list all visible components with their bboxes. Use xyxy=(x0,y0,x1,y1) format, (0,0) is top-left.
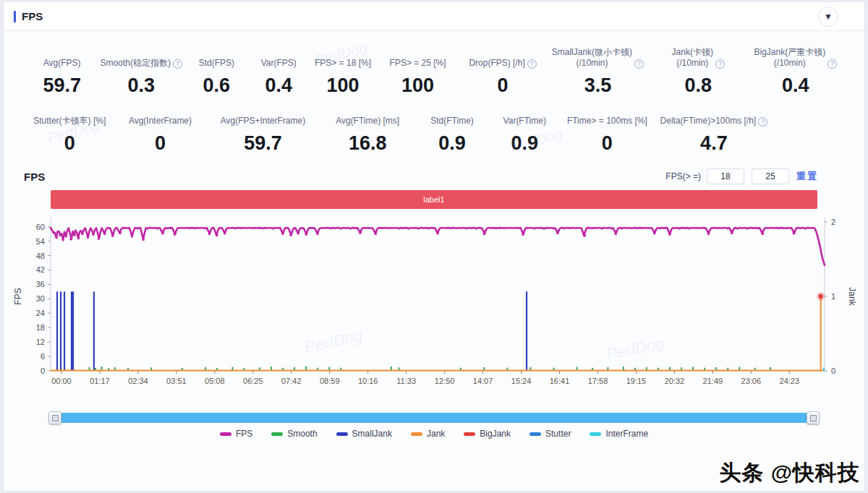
legend-smooth[interactable]: Smooth xyxy=(271,429,317,439)
legend-label: SmallJank xyxy=(352,429,392,439)
legend-smalljank[interactable]: SmallJank xyxy=(336,429,392,439)
stat-value: 100 xyxy=(401,74,434,96)
stat-label: Std(FPS) xyxy=(199,46,234,69)
stat-value: 59.7 xyxy=(244,132,282,154)
stats-row-2: Stutter(卡顿率) [%]0Avg(InterFrame)0Avg(FPS… xyxy=(25,103,843,154)
svg-text:42: 42 xyxy=(36,265,45,274)
stat-value: 0.8 xyxy=(684,74,712,96)
stat-label: FTime> = 100ms [%] xyxy=(567,103,647,127)
scrollbar-left-handle[interactable] xyxy=(48,411,61,424)
help-icon[interactable]: ? xyxy=(715,59,725,69)
legend-label: Smooth xyxy=(287,429,317,439)
stat-avg-ftime-ms: Avg(FTime) [ms]16.8 xyxy=(319,103,416,154)
svg-text:60: 60 xyxy=(36,223,45,231)
svg-text:12: 12 xyxy=(36,338,45,346)
stats-row-1: Avg(FPS)59.7Smooth(稳定指数)?0.3Std(FPS)0.6V… xyxy=(25,46,843,96)
svg-text:05:08: 05:08 xyxy=(205,377,225,385)
stat-label: Avg(FPS) xyxy=(43,46,81,69)
stat-avg-fps: Avg(FPS)59.7 xyxy=(25,46,98,96)
stat-label: Var(FTime) xyxy=(503,103,546,127)
fps-threshold-input-1[interactable] xyxy=(707,168,744,184)
svg-text:00:00: 00:00 xyxy=(51,377,72,385)
chart-range-scrollbar[interactable] xyxy=(48,411,820,424)
svg-text:02:34: 02:34 xyxy=(128,377,148,385)
svg-text:24: 24 xyxy=(36,309,45,317)
chevron-down-icon: ▼ xyxy=(824,12,833,22)
stat-value: 0 xyxy=(498,74,509,96)
svg-text:23:06: 23:06 xyxy=(741,377,762,385)
stats-panel: PerfDog PerfDog PerfDog Avg(FPS)59.7Smoo… xyxy=(4,31,864,161)
stat-label: Drop(FPS) [/h]? xyxy=(469,46,536,69)
legend-bigjank[interactable]: BigJank xyxy=(464,429,511,439)
stat-fps-25: FPS> = 25 [%]100 xyxy=(378,46,458,96)
legend-jank[interactable]: Jank xyxy=(411,429,445,439)
stat-value: 3.5 xyxy=(584,74,612,96)
scrollbar-right-handle[interactable] xyxy=(807,411,820,424)
legend-label: Stutter xyxy=(545,429,571,439)
svg-text:24:23: 24:23 xyxy=(780,377,800,385)
stat-value: 4.7 xyxy=(700,132,728,154)
stat-avg-interframe: Avg(InterFrame)0 xyxy=(114,103,206,154)
svg-text:6: 6 xyxy=(41,352,45,361)
svg-text:30: 30 xyxy=(36,294,45,303)
fps-chart[interactable]: PerfDogPerfDog06121824303642485460012FPS… xyxy=(9,212,859,408)
stat-label: FPS> = 18 [%] xyxy=(315,46,371,69)
svg-text:PerfDog: PerfDog xyxy=(303,326,365,356)
help-icon[interactable]: ? xyxy=(527,59,537,69)
legend-stutter[interactable]: Stutter xyxy=(529,429,571,439)
stat-value: 0.4 xyxy=(782,74,809,96)
help-icon[interactable]: ? xyxy=(173,59,182,69)
stat-label: Avg(InterFrame) xyxy=(129,103,192,127)
chart-label-banner: label1 xyxy=(51,190,817,209)
stat-var-ftime: Var(FTime)0.9 xyxy=(488,103,561,154)
stat-std-fps: Std(FPS)0.6 xyxy=(184,46,250,96)
stat-label: BigJank(严重卡顿) (/10min)? xyxy=(754,46,837,69)
stat-value: 0 xyxy=(64,132,75,154)
panel-header: FPS ▼ xyxy=(4,2,864,31)
reset-button[interactable]: 重置 xyxy=(796,170,818,183)
panel-title: FPS xyxy=(22,10,43,22)
chart-section-title: FPS xyxy=(24,171,45,183)
scrollbar-track[interactable] xyxy=(51,413,817,423)
stat-smooth: Smooth(稳定指数)?0.3 xyxy=(98,46,183,96)
help-icon[interactable]: ? xyxy=(827,59,837,69)
chart-section-header: FPS FPS(> =) 重置 xyxy=(4,161,864,189)
stat-ftime-100ms: FTime> = 100ms [%]0 xyxy=(561,103,653,154)
legend-label: BigJank xyxy=(480,429,511,439)
stat-value: 0.3 xyxy=(127,74,155,96)
svg-text:06:25: 06:25 xyxy=(243,377,263,385)
legend-swatch-icon xyxy=(271,432,283,436)
svg-text:12:50: 12:50 xyxy=(435,377,455,385)
help-icon[interactable]: ? xyxy=(758,117,767,127)
svg-text:18: 18 xyxy=(36,323,45,332)
stat-var-fps: Var(FPS)0.4 xyxy=(250,46,308,96)
svg-text:10:16: 10:16 xyxy=(358,377,378,385)
stat-label: Var(FPS) xyxy=(261,46,297,69)
svg-text:20:32: 20:32 xyxy=(665,377,685,385)
stat-smalljank-10min: SmallJank(微小卡顿) (/10min)?3.5 xyxy=(548,46,648,96)
legend-fps[interactable]: FPS xyxy=(220,429,252,439)
svg-text:14:07: 14:07 xyxy=(473,377,493,385)
svg-text:17:58: 17:58 xyxy=(588,377,608,385)
stat-label: Std(FTime) xyxy=(430,103,474,127)
svg-text:54: 54 xyxy=(36,237,45,246)
stat-value: 0.4 xyxy=(265,74,293,96)
collapse-button[interactable]: ▼ xyxy=(818,7,838,27)
stat-value: 0.6 xyxy=(203,74,231,96)
help-icon[interactable]: ? xyxy=(634,59,644,69)
stat-avg-fps-interframe: Avg(FPS+InterFrame)59.7 xyxy=(207,103,320,154)
svg-text:1: 1 xyxy=(831,292,835,301)
stat-std-ftime: Std(FTime)0.9 xyxy=(416,103,488,154)
stat-label: Delta(FTime)>100ms [/h]? xyxy=(660,103,768,127)
header-accent-bar xyxy=(14,11,16,22)
stat-value: 16.8 xyxy=(349,132,387,154)
svg-text:01:17: 01:17 xyxy=(90,377,110,385)
svg-text:07:42: 07:42 xyxy=(281,377,302,385)
svg-text:03:51: 03:51 xyxy=(166,377,187,385)
stat-delta-ftime-100ms-h: Delta(FTime)>100ms [/h]?4.7 xyxy=(653,103,774,154)
stat-value: 0.9 xyxy=(511,132,538,154)
legend-interframe[interactable]: InterFrame xyxy=(590,429,648,439)
fps-threshold-input-2[interactable] xyxy=(752,168,789,184)
svg-text:36: 36 xyxy=(36,280,45,288)
stat-fps-18: FPS> = 18 [%]100 xyxy=(308,46,378,96)
